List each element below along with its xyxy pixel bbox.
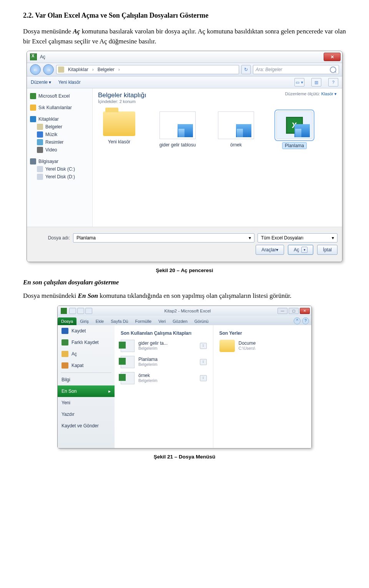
excel-icon [61, 308, 67, 314]
bs-item-close[interactable]: Kapat [58, 360, 115, 371]
nav-item-favorites[interactable]: Sık Kullanılanlar [27, 104, 92, 111]
pin-icon[interactable]: ⟟ [200, 375, 207, 381]
subheading-recent: En son çalışılan dosyaları gösterme [23, 279, 346, 286]
library-subtitle: İçindekiler: 2 konum [98, 99, 146, 104]
maximize-button[interactable]: ▢ [289, 308, 299, 314]
disk-icon [37, 174, 43, 180]
section-title: Var Olan Excel Açma ve Son Çalışılan Dos… [35, 12, 208, 19]
organize-button[interactable]: Düzenle ▾ [31, 80, 51, 85]
tab-pagelayout[interactable]: Sayfa Dü [107, 317, 131, 325]
tools-button[interactable]: Araçlar ▾ [256, 245, 284, 255]
nav-forward-button[interactable]: → [43, 64, 54, 75]
help-button[interactable]: ? [328, 78, 338, 86]
file-name-label: Dosya adı: [32, 235, 70, 241]
save-icon [62, 328, 68, 334]
nav-bar: ← → Kitaplıklar› Belgeler› ↻ Ara: Belgel… [27, 63, 342, 76]
open-icon [62, 351, 68, 357]
figure-21-caption: Şekil 21 – Dosya Menüsü [23, 454, 346, 460]
paragraph-2: Dosya menüsündeki En Son komutuna tıklan… [23, 291, 346, 301]
window-title: Kitap2 - Microsoft Excel [98, 309, 278, 313]
dialog-footer: Dosya adı: Planlama▾ Tüm Excel Dosyaları… [27, 227, 342, 262]
minimize-ribbon-icon[interactable]: ^ [294, 317, 301, 324]
close-button[interactable]: ✕ [324, 53, 341, 61]
nav-item-pictures[interactable]: Resimler [27, 138, 92, 146]
menu-en-son: En Son [78, 292, 98, 299]
library-title: Belgeler kitaplığı [98, 91, 146, 99]
view-mode-button[interactable]: ▭ ▾ [294, 78, 304, 86]
arrange-by[interactable]: Düzenleme ölçütü: Klasör ▾ [285, 91, 337, 96]
nav-item-computer[interactable]: Bilgisayar [27, 158, 92, 165]
recent-item[interactable]: örnekBelgelerim⟟ [121, 372, 207, 384]
breadcrumb[interactable]: Belgeler [95, 66, 117, 73]
menu-ac: Aç [73, 28, 80, 35]
preview-pane-button[interactable]: ▥ [311, 78, 321, 86]
file-item-workbook-selected[interactable]: XPlanlama [273, 111, 316, 149]
nav-item-disk-d[interactable]: Yerel Disk (D:) [27, 173, 92, 181]
file-name-input[interactable]: Planlama▾ [73, 233, 254, 243]
bs-item-save[interactable]: Kaydet [58, 325, 115, 337]
file-item-folder[interactable]: Yeni klasör [98, 111, 140, 149]
recent-place[interactable]: DocumeC:\Users\ [219, 340, 306, 352]
workbook-icon: X [276, 111, 312, 139]
tab-review[interactable]: Gözden [169, 317, 191, 325]
close-button[interactable]: ✕ [300, 308, 310, 314]
tab-data[interactable]: Veri [155, 317, 169, 325]
workbook-icon [121, 372, 135, 384]
search-icon [330, 66, 336, 73]
recent-workbooks-title: Son Kullanılan Çalışma Kitapları [121, 331, 207, 336]
tab-home[interactable]: Giriş [76, 317, 92, 325]
qat-save-icon[interactable] [69, 308, 76, 314]
bs-item-save-send[interactable]: Kaydet ve Gönder [58, 420, 115, 432]
qat-redo-icon[interactable] [85, 308, 92, 314]
bs-item-print[interactable]: Yazdır [58, 409, 115, 420]
bs-item-open[interactable]: Aç [58, 348, 115, 360]
bs-item-info[interactable]: Bilgi [58, 374, 115, 385]
location-icon [58, 66, 64, 73]
open-button[interactable]: Aç▾ [288, 245, 313, 255]
recent-item[interactable]: PlanlamaBelgelerim⟟ [121, 356, 207, 368]
nav-item-video[interactable]: Video [27, 146, 92, 154]
bs-item-saveas[interactable]: Farklı Kaydet [58, 337, 115, 348]
nav-item-documents[interactable]: Belgeler [27, 123, 92, 131]
tab-formulas[interactable]: Formülle [131, 317, 155, 325]
recent-item[interactable]: gider gelir ta...Belgelerim⟟ [121, 340, 207, 352]
tab-file[interactable]: Dosya [58, 317, 76, 325]
recent-places-column: Son Yerler DocumeC:\Users\ [213, 325, 312, 448]
file-item-workbook[interactable]: gider gelir tablosu [156, 111, 199, 149]
tab-view[interactable]: Görünü [191, 317, 212, 325]
nav-back-button[interactable]: ← [30, 64, 41, 75]
nav-item-excel[interactable]: Microsoft Excel [27, 92, 92, 100]
tab-insert[interactable]: Ekle [92, 317, 107, 325]
backstage-nav: Kaydet Farklı Kaydet Aç Kapat Bilgi En S… [58, 325, 115, 448]
pin-icon[interactable]: ⟟ [200, 343, 207, 349]
file-type-filter[interactable]: Tüm Excel Dosyaları▾ [258, 233, 337, 243]
address-bar[interactable]: Kitaplıklar› Belgeler› [56, 65, 239, 74]
music-icon [37, 131, 43, 138]
nav-item-music[interactable]: Müzik [27, 131, 92, 138]
video-icon [37, 147, 43, 153]
paragraph-1: Dosya menüsünde Aç komutuna basılarak va… [23, 27, 346, 46]
nav-item-disk-c[interactable]: Yerel Disk (C:) [27, 165, 92, 173]
cancel-button[interactable]: İptal [317, 245, 337, 255]
refresh-button[interactable]: ↻ [241, 65, 251, 74]
search-input[interactable]: Ara: Belgeler [253, 65, 339, 74]
new-folder-button[interactable]: Yeni klasör [58, 80, 80, 85]
window-titlebar: Kitap2 - Microsoft Excel — ▢ ✕ [58, 306, 311, 316]
workbook-icon [218, 111, 254, 139]
bs-item-recent[interactable]: En Son▸ [58, 385, 115, 397]
picture-icon [37, 139, 43, 145]
bs-item-new[interactable]: Yeni [58, 397, 115, 409]
pin-icon[interactable]: ⟟ [200, 359, 207, 365]
file-content-pane: Belgeler kitaplığı İçindekiler: 2 konum … [93, 88, 342, 227]
help-icon[interactable]: ? [302, 317, 309, 324]
excel-icon [30, 53, 37, 60]
workbook-icon [160, 111, 196, 139]
navigation-pane: Microsoft Excel Sık Kullanılanlar Kitapl… [27, 88, 93, 227]
breadcrumb[interactable]: Kitaplıklar [66, 66, 91, 73]
file-item-workbook[interactable]: örnek [215, 111, 257, 149]
nav-item-libraries[interactable]: Kitaplıklar [27, 115, 92, 123]
qat-undo-icon[interactable] [77, 308, 84, 314]
section-number: 2.2. [23, 12, 33, 19]
toolbar: Düzenle ▾ Yeni klasör ▭ ▾ ▥ ? [27, 76, 342, 88]
minimize-button[interactable]: — [278, 308, 288, 314]
